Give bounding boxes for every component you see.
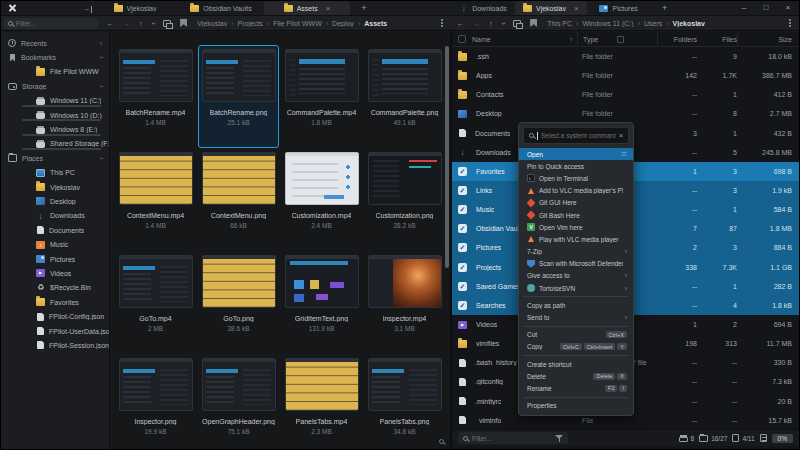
grid-item[interactable]: Customization.png 28.2 kB	[364, 148, 445, 251]
menu-item[interactable]: Git GUI Here	[519, 197, 633, 209]
column-type[interactable]: Type	[577, 32, 657, 46]
sidebar-item[interactable]: Windows 10 (D:)	[1, 108, 109, 122]
breadcrumb-item[interactable]: Vjekoslav	[197, 20, 237, 27]
grid-item[interactable]: CommandPalette.mp4 1.8 MB	[281, 45, 362, 148]
breadcrumb-item[interactable]: Vjekoslav	[673, 20, 705, 27]
tab[interactable]: Vjekoslav	[92, 1, 178, 15]
menu-item[interactable]: Scan with Microsoft Defender...	[519, 258, 633, 270]
menu-item[interactable]: Add to VLC media player's Playlist	[519, 185, 633, 197]
chevron-icon[interactable]: ›	[100, 40, 102, 47]
sidebar-item[interactable]: Favorites	[1, 295, 109, 309]
menu-item[interactable]: TortoiseSVN ›	[519, 282, 633, 294]
menu-item[interactable]: Properties	[519, 400, 633, 412]
sidebar-item[interactable]: Windows 8 (E:)	[1, 122, 109, 136]
favorite-star-icon[interactable]: ☆	[621, 150, 627, 158]
command-search-input[interactable]	[541, 132, 616, 139]
up-button[interactable]: ↑	[489, 20, 493, 27]
close-icon[interactable]: ×	[619, 132, 623, 139]
back-button[interactable]: ←	[457, 20, 464, 27]
sidebar-item[interactable]: Bookmarks ›	[1, 50, 109, 64]
column-files[interactable]: Files	[697, 32, 737, 46]
sidebar-item[interactable]: Downloads	[1, 209, 109, 223]
up-button[interactable]: ↑	[139, 20, 143, 27]
grid-scrollbar[interactable]	[445, 46, 449, 268]
sidebar-item[interactable]: Vjekoslav	[1, 180, 109, 194]
sidebar-item[interactable]: $Recycle.Bin	[1, 281, 109, 295]
menu-item[interactable]: Delete DeleteX	[519, 370, 633, 382]
grid-item[interactable]: BatchRename.png 25.1 kB	[198, 45, 279, 148]
sidebar-item[interactable]: Pictures	[1, 252, 109, 266]
history-dropdown-icon[interactable]: ›	[498, 22, 507, 25]
breadcrumb-item[interactable]: Windows 11 (C:)	[582, 20, 644, 27]
sidebar-item[interactable]: This PC	[1, 166, 109, 180]
tab[interactable]: Downloads	[451, 1, 515, 15]
breadcrumb-item[interactable]: Assets	[364, 20, 387, 27]
sidebar-item[interactable]: Storage ›	[1, 79, 109, 93]
bookmark-icon[interactable]	[530, 19, 537, 27]
file-row[interactable]: Contacts File folder -- 1 412 B	[452, 85, 799, 104]
tab[interactable]: Assets ×	[264, 1, 350, 15]
tab-overflow-icon[interactable]: →	[82, 3, 92, 15]
menu-item[interactable]: Cut Ctrl+X	[519, 329, 633, 341]
menu-item[interactable]: Rename F2I	[519, 382, 633, 394]
left-filter-input[interactable]	[16, 20, 94, 27]
sidebar-item[interactable]: Music	[1, 237, 109, 251]
chevron-icon[interactable]: ›	[97, 157, 104, 159]
grid-item[interactable]: Inspector.mp4 3.1 MB	[364, 251, 445, 354]
right-filter-box[interactable]	[458, 432, 568, 444]
grid-item[interactable]: PanelsTabs.png 34.8 kB	[364, 354, 445, 450]
grid-item[interactable]: ContextMenu.png 66 kB	[198, 148, 279, 251]
tab[interactable]: Vjekoslav ×	[515, 1, 587, 15]
menu-item[interactable]: Create shortcut	[519, 358, 633, 370]
filter-funnel-icon[interactable]	[555, 434, 563, 442]
minimize-button[interactable]: –	[733, 1, 755, 15]
sidebar-item[interactable]: FPilot-UserData.json	[1, 324, 109, 338]
file-row[interactable]: Apps File folder 142 1.7K 386.7 MB	[452, 66, 799, 85]
file-row[interactable]: .ssh File folder -- 9 18.0 kB	[452, 47, 799, 66]
new-tab-button[interactable]: +	[356, 1, 372, 15]
forward-button[interactable]: →	[123, 20, 130, 27]
grid-item[interactable]: Customization.mp4 2.4 MB	[281, 148, 362, 251]
sidebar-item[interactable]: File Pilot WWW	[1, 65, 109, 79]
sidebar-item[interactable]: Shared Storage (F:)	[1, 137, 109, 151]
menu-item[interactable]: Open Vim here	[519, 221, 633, 233]
menu-item[interactable]: Give access to ›	[519, 270, 633, 282]
duplicate-tab-icon[interactable]	[513, 20, 521, 27]
sidebar-item[interactable]: FPilot-Config.json	[1, 309, 109, 323]
breadcrumb-item[interactable]: Deploy	[332, 20, 364, 27]
grid-item[interactable]: ContextMenu.mp4 1.4 MB	[115, 148, 196, 251]
sidebar-item[interactable]: Places ›	[1, 151, 109, 165]
left-filter-box[interactable]	[4, 18, 98, 29]
menu-item[interactable]: Open in Terminal	[519, 172, 633, 184]
left-pane-menu-icon[interactable]	[441, 22, 443, 24]
command-search-box[interactable]: ×	[523, 127, 629, 144]
grid-item[interactable]: CommandPalette.png 49.1 kB	[364, 45, 445, 148]
close-button[interactable]: ×	[777, 1, 799, 15]
bookmark-icon[interactable]	[180, 19, 187, 27]
menu-item[interactable]: Open ☆	[519, 148, 633, 160]
grid-item[interactable]: OpenGraphHeader.png 75.1 kB	[198, 354, 279, 450]
clipboard-icon[interactable]	[760, 434, 767, 442]
tab-close-icon[interactable]: ×	[574, 4, 579, 13]
grid-item[interactable]: GoTo.png 38.6 kB	[198, 251, 279, 354]
grid-item[interactable]: BatchRename.mp4 1.4 MB	[115, 45, 196, 148]
column-size[interactable]: Size	[737, 32, 799, 46]
history-dropdown-icon[interactable]: ›	[148, 22, 157, 25]
chevron-icon[interactable]: ›	[97, 85, 104, 87]
breadcrumb-item[interactable]: File Pilot WWW	[273, 20, 332, 27]
sidebar-item[interactable]: Videos	[1, 266, 109, 280]
grid-filter-icon[interactable]	[439, 439, 444, 444]
menu-item[interactable]: 7-Zip ›	[519, 246, 633, 258]
column-name[interactable]: Name ↑	[472, 36, 577, 43]
grid-item[interactable]: Inspector.png 19.9 kB	[115, 354, 196, 450]
file-row[interactable]: Desktop File folder -- 8 2.7 MB	[452, 104, 799, 123]
sidebar-item[interactable]: Desktop	[1, 194, 109, 208]
select-all-checkbox[interactable]	[458, 35, 466, 43]
right-pane-menu-icon[interactable]	[789, 22, 791, 24]
grid-item[interactable]: GoTo.mp4 2 MB	[115, 251, 196, 354]
menu-item[interactable]: Play with VLC media player	[519, 233, 633, 245]
right-filter-input[interactable]	[472, 435, 551, 442]
chevron-icon[interactable]: ›	[97, 56, 104, 58]
sort-ascending-icon[interactable]: ↑	[570, 36, 574, 43]
breadcrumb-item[interactable]: Projects	[237, 20, 273, 27]
